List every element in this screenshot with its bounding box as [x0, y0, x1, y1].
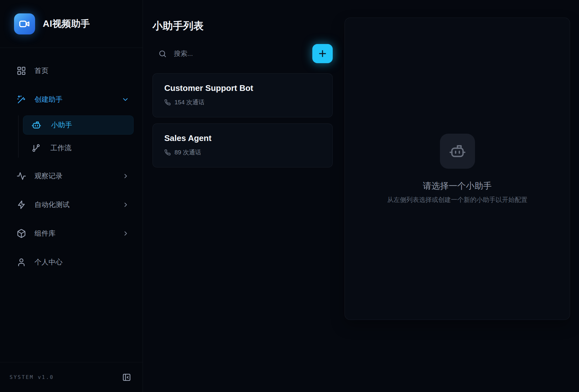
sidebar-item-component-library[interactable]: 组件库: [9, 223, 134, 244]
phone-icon: [164, 149, 171, 156]
empty-state-title: 请选择一个小助手: [423, 180, 492, 192]
video-camera-icon: [19, 18, 31, 30]
assistant-list-panel: 小助手列表 Customer Support Bot 154 次通话: [143, 0, 345, 392]
plus-icon: [317, 48, 328, 59]
sidebar-item-label: 个人中心: [34, 257, 63, 267]
sidebar-header: AI视频助手: [0, 0, 143, 48]
sidebar-item-observation[interactable]: 观察记录: [9, 166, 134, 186]
chevron-right-icon: [122, 173, 129, 180]
box-icon: [17, 229, 26, 238]
assistant-meta: 154 次通话: [164, 98, 321, 107]
empty-state-subtitle: 从左侧列表选择或创建一个新的小助手以开始配置: [387, 196, 528, 204]
assistant-name: Sales Agent: [164, 133, 321, 143]
activity-icon: [17, 171, 26, 181]
sidebar-item-label: 组件库: [34, 229, 56, 238]
page-title: 小助手列表: [152, 19, 333, 33]
empty-state: 请选择一个小助手 从左侧列表选择或创建一个新的小助手以开始配置: [387, 134, 528, 204]
sidebar-collapse-button[interactable]: [122, 373, 131, 382]
sidebar: AI视频助手 首页 创建助手: [0, 0, 143, 392]
assistant-card[interactable]: Customer Support Bot 154 次通话: [152, 73, 333, 117]
robot-icon-tile: [440, 134, 475, 169]
search-box[interactable]: [152, 49, 312, 58]
robot-icon: [449, 142, 466, 160]
git-branch-icon: [31, 143, 41, 153]
assistant-detail-panel: 请选择一个小助手 从左侧列表选择或创建一个新的小助手以开始配置: [345, 18, 570, 320]
chevron-right-icon: [122, 230, 129, 237]
sidebar-item-automation-test[interactable]: 自动化测试: [9, 195, 134, 215]
magic-wand-icon: [17, 95, 26, 104]
sidebar-item-label: 小助手: [51, 120, 72, 130]
assistant-call-count: 154 次通话: [174, 98, 204, 107]
system-version: SYSTEM v1.0: [10, 374, 54, 380]
sidebar-submenu-create: 小助手 工作流: [18, 115, 134, 158]
sidebar-item-assistants[interactable]: 小助手: [23, 115, 134, 135]
sidebar-item-label: 首页: [34, 66, 48, 76]
panel-left-close-icon: [122, 373, 131, 382]
assistant-name: Customer Support Bot: [164, 83, 321, 93]
assistant-card[interactable]: Sales Agent 89 次通话: [152, 123, 333, 167]
sidebar-nav: 首页 创建助手 小助手: [0, 48, 143, 362]
phone-icon: [164, 99, 171, 106]
sidebar-item-label: 自动化测试: [34, 200, 70, 210]
chevron-right-icon: [122, 201, 129, 208]
sidebar-item-home[interactable]: 首页: [9, 61, 134, 81]
search-icon: [158, 49, 167, 58]
robot-icon: [31, 120, 41, 130]
assistant-meta: 89 次通话: [164, 148, 321, 157]
user-icon: [17, 257, 26, 267]
sidebar-item-workflow[interactable]: 工作流: [23, 138, 134, 158]
search-input[interactable]: [173, 49, 278, 58]
assistant-call-count: 89 次通话: [174, 148, 201, 157]
app-title: AI视频助手: [43, 18, 90, 30]
search-row: [152, 44, 333, 63]
sidebar-item-label: 观察记录: [34, 171, 63, 181]
add-assistant-button[interactable]: [312, 44, 333, 63]
sidebar-item-profile[interactable]: 个人中心: [9, 252, 134, 272]
zap-icon: [17, 200, 26, 210]
sidebar-item-create-assistant[interactable]: 创建助手: [9, 89, 134, 110]
assistant-card-list: Customer Support Bot 154 次通话 Sales Agent…: [152, 73, 333, 167]
sidebar-item-label: 工作流: [50, 143, 71, 153]
sidebar-footer: SYSTEM v1.0: [0, 362, 143, 392]
app-logo: [14, 13, 35, 34]
layout-dashboard-icon: [17, 66, 26, 76]
sidebar-item-label: 创建助手: [34, 95, 63, 104]
chevron-down-icon: [122, 96, 129, 103]
